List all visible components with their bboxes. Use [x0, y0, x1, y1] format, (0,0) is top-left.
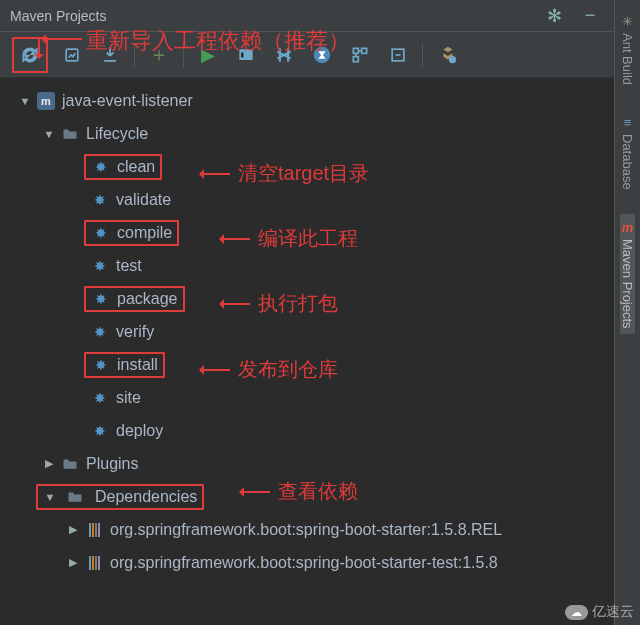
plugins-label: Plugins [86, 455, 138, 473]
annotation-package: 执行打包 [220, 290, 338, 317]
svg-point-8 [449, 55, 456, 62]
project-name-label: java-event-listener [62, 92, 193, 110]
goal-label: clean [117, 158, 155, 176]
dependency-label: org.springframework.boot:spring-boot-sta… [110, 521, 502, 539]
goal-label: verify [116, 323, 154, 341]
tree-goal-test[interactable]: ✸ test [0, 249, 614, 282]
folder-icon [60, 124, 80, 144]
goal-label: deploy [116, 422, 163, 440]
maven-module-icon: m [36, 91, 56, 111]
gear-icon: ✸ [90, 322, 110, 342]
goal-label: package [117, 290, 178, 308]
panel-title: Maven Projects [10, 8, 106, 24]
show-dependencies-button[interactable] [346, 41, 374, 69]
annotation-reimport: 重新导入工程依赖（推荐） [86, 26, 350, 56]
annotation-compile: 编译此工程 [220, 225, 358, 252]
maven-icon: m [622, 220, 634, 235]
expand-arrow-icon[interactable] [43, 491, 57, 503]
svg-rect-6 [353, 56, 358, 61]
tree-goal-verify[interactable]: ✸ verify [0, 315, 614, 348]
expand-arrow-icon[interactable] [42, 128, 56, 140]
settings-icon[interactable]: ✻ [540, 2, 568, 30]
watermark: ☁ 亿速云 [565, 603, 634, 621]
gear-icon: ✸ [91, 223, 111, 243]
gear-icon: ✸ [91, 289, 111, 309]
expand-arrow-icon[interactable] [66, 523, 80, 536]
svg-rect-4 [353, 48, 358, 53]
expand-arrow-icon[interactable] [66, 556, 80, 569]
ant-icon: ✳ [622, 14, 633, 29]
gear-icon: ✸ [90, 256, 110, 276]
generate-sources-button[interactable] [58, 41, 86, 69]
svg-rect-5 [362, 48, 367, 53]
annotation-install: 发布到仓库 [200, 356, 338, 383]
goal-label: validate [116, 191, 171, 209]
gear-icon: ✸ [91, 157, 111, 177]
goal-label: site [116, 389, 141, 407]
annotation-dependencies: 查看依赖 [240, 478, 358, 505]
library-icon [84, 520, 104, 540]
gear-icon: ✸ [90, 190, 110, 210]
gear-icon: ✸ [91, 355, 111, 375]
tree-lifecycle-node[interactable]: Lifecycle [0, 117, 614, 150]
goal-label: compile [117, 224, 172, 242]
goal-label: test [116, 257, 142, 275]
separator [422, 43, 423, 67]
dependencies-label: Dependencies [95, 488, 197, 506]
gear-icon: ✸ [90, 421, 110, 441]
folder-icon [60, 454, 80, 474]
expand-arrow-icon[interactable] [42, 457, 56, 470]
dependency-label: org.springframework.boot:spring-boot-sta… [110, 554, 498, 572]
tree-dependency-item[interactable]: org.springframework.boot:spring-boot-sta… [0, 513, 614, 546]
maven-settings-button[interactable] [433, 41, 461, 69]
right-sidebar: ✳ Ant Build ≡ Database m Maven Projects [614, 0, 640, 625]
database-icon: ≡ [624, 115, 632, 130]
tree-goal-validate[interactable]: ✸ validate [0, 183, 614, 216]
minimize-icon[interactable]: − [576, 2, 604, 30]
collapse-all-button[interactable] [384, 41, 412, 69]
expand-arrow-icon[interactable] [18, 95, 32, 107]
lifecycle-label: Lifecycle [86, 125, 148, 143]
library-icon [84, 553, 104, 573]
tree-plugins-node[interactable]: Plugins [0, 447, 614, 480]
tree-project-node[interactable]: m java-event-listener [0, 84, 614, 117]
tree-goal-site[interactable]: ✸ site [0, 381, 614, 414]
folder-icon [65, 487, 85, 507]
side-tab-maven[interactable]: m Maven Projects [620, 214, 635, 335]
tree-dependency-item[interactable]: org.springframework.boot:spring-boot-sta… [0, 546, 614, 579]
goal-label: install [117, 356, 158, 374]
side-tab-ant[interactable]: ✳ Ant Build [620, 8, 635, 91]
tree-goal-deploy[interactable]: ✸ deploy [0, 414, 614, 447]
cloud-icon: ☁ [565, 605, 588, 620]
side-tab-database[interactable]: ≡ Database [620, 109, 635, 196]
gear-icon: ✸ [90, 388, 110, 408]
annotation-clean: 清空target目录 [200, 160, 369, 187]
